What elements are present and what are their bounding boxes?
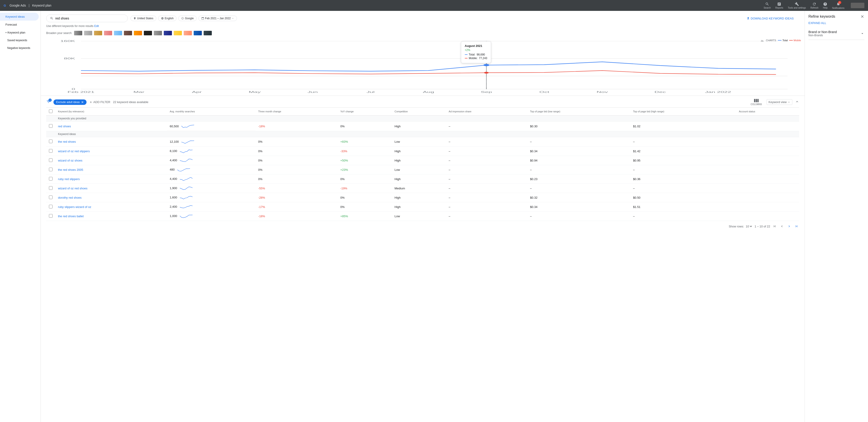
- col-avg[interactable]: Avg. monthly searches: [167, 108, 255, 116]
- row-checkbox[interactable]: [49, 186, 53, 190]
- row-checkbox[interactable]: [49, 158, 53, 162]
- chart-tooltip: August 2021 +2% Total: 98,690 Mobile: 77…: [461, 41, 491, 63]
- row-checkbox-cell[interactable]: [46, 122, 55, 131]
- three-month-cell: -55%: [255, 184, 338, 193]
- notifications-btn[interactable]: 1 Notifications: [832, 2, 844, 9]
- row-checkbox[interactable]: [49, 149, 53, 153]
- row-checkbox-cell[interactable]: [46, 165, 55, 174]
- col-yoy[interactable]: YoY change: [338, 108, 392, 116]
- broaden-item-11[interactable]: [174, 31, 182, 35]
- select-all-header[interactable]: [46, 108, 55, 116]
- row-checkbox[interactable]: [49, 205, 53, 208]
- avg-cell: 4,400: [167, 174, 255, 184]
- language-filter-label: English: [165, 17, 174, 20]
- next-page-btn[interactable]: [786, 223, 792, 229]
- rows-per-page-select[interactable]: 10 25 50: [745, 224, 753, 228]
- collapse-btn[interactable]: [795, 100, 799, 104]
- sidebar: Keyword ideas Forecast ▾ Keyword plan Sa…: [0, 11, 41, 422]
- col-ad-impression[interactable]: Ad impression share: [446, 108, 527, 116]
- first-page-btn[interactable]: [772, 223, 777, 229]
- row-checkbox[interactable]: [49, 140, 53, 143]
- remove-filter-btn[interactable]: ✕: [81, 100, 84, 104]
- row-checkbox-cell[interactable]: [46, 137, 55, 147]
- select-all-checkbox[interactable]: [49, 110, 53, 113]
- row-checkbox[interactable]: [49, 168, 53, 171]
- download-keyword-ideas-btn[interactable]: DOWNLOAD KEYWORD IDEAS: [747, 17, 799, 20]
- language-filter[interactable]: English: [158, 16, 177, 21]
- row-checkbox[interactable]: [49, 195, 53, 199]
- col-keyword[interactable]: Keyword (by relevance): [55, 108, 167, 116]
- prev-page-btn[interactable]: [779, 223, 785, 229]
- row-checkbox-cell[interactable]: [46, 156, 55, 165]
- col-bid-low[interactable]: Top of page bid (low range): [527, 108, 630, 116]
- sidebar-item-saved-keywords[interactable]: Saved keywords: [0, 36, 39, 44]
- expand-all-btn[interactable]: EXPAND ALL: [808, 21, 864, 25]
- network-filter[interactable]: G Google: [178, 16, 196, 21]
- last-page-btn[interactable]: [794, 223, 799, 229]
- broaden-item-7[interactable]: [134, 31, 142, 35]
- sidebar-item-forecast[interactable]: Forecast: [0, 21, 39, 29]
- broaden-item-2[interactable]: [84, 31, 92, 35]
- broaden-item-6[interactable]: [124, 31, 132, 35]
- broaden-item-3[interactable]: [94, 31, 102, 35]
- date-filter[interactable]: Feb 2021 – Jan 2022: [198, 16, 237, 21]
- row-checkbox-cell[interactable]: [46, 147, 55, 156]
- col-competition[interactable]: Competition: [392, 108, 446, 116]
- sidebar-item-keyword-ideas[interactable]: Keyword ideas: [0, 13, 39, 21]
- broaden-item-8[interactable]: [144, 31, 152, 35]
- ad-impression-cell: –: [446, 212, 527, 221]
- location-filter[interactable]: United States: [130, 16, 156, 21]
- broaden-item-10[interactable]: [164, 31, 172, 35]
- account-status-cell: [736, 174, 799, 184]
- col-account-status[interactable]: Account status: [736, 108, 799, 116]
- broaden-item-4[interactable]: [104, 31, 112, 35]
- search-box[interactable]: [46, 14, 128, 22]
- ad-impression-cell: –: [446, 174, 527, 184]
- keyword-view-btn[interactable]: Keyword view: [767, 99, 792, 105]
- notification-badge-count: 1: [838, 1, 841, 4]
- search-input[interactable]: [55, 17, 124, 20]
- account-switcher[interactable]: [851, 3, 864, 8]
- row-checkbox-cell[interactable]: [46, 202, 55, 212]
- refine-section-content: Brand or Non-Brand Non-Brands: [808, 30, 837, 37]
- refine-title: Refine keywords: [808, 14, 835, 19]
- edit-keywords-link[interactable]: Edit: [94, 25, 99, 28]
- row-checkbox[interactable]: [49, 214, 53, 218]
- add-filter-btn[interactable]: ADD FILTER: [89, 100, 110, 104]
- tools-btn[interactable]: Tools and settings: [788, 2, 806, 9]
- search-topbar-btn[interactable]: Search: [764, 2, 771, 9]
- tooltip-mobile-dash: [465, 58, 467, 58]
- broaden-item-9[interactable]: [154, 31, 162, 35]
- adult-ideas-filter-tag[interactable]: Exclude adult ideas ✕: [54, 99, 87, 105]
- broaden-item-5[interactable]: [114, 31, 122, 35]
- broaden-item-12[interactable]: [184, 31, 192, 35]
- col-three-month[interactable]: Three month change: [255, 108, 338, 116]
- sidebar-item-negative-keywords[interactable]: Negative keywords: [0, 44, 39, 52]
- row-checkbox-cell[interactable]: [46, 174, 55, 184]
- broaden-item-1[interactable]: [74, 31, 82, 35]
- mobile-legend-label: Mobile: [794, 39, 801, 42]
- avg-cell: 60,500: [167, 122, 255, 131]
- sidebar-item-keyword-plan[interactable]: ▾ Keyword plan: [0, 29, 39, 36]
- help-btn[interactable]: Help: [823, 2, 828, 9]
- svg-text:Apr: Apr: [192, 91, 202, 94]
- refine-brand-section[interactable]: Brand or Non-Brand Non-Brands: [808, 27, 864, 40]
- reports-btn[interactable]: Reports: [775, 2, 783, 9]
- svg-text:Mar: Mar: [133, 91, 144, 94]
- charts-icon[interactable]: [761, 38, 764, 42]
- row-checkbox[interactable]: [49, 177, 53, 181]
- close-refine-btn[interactable]: [860, 14, 864, 19]
- row-checkbox-cell[interactable]: [46, 184, 55, 193]
- app-logo: G Google Ads | Keyword plan: [4, 3, 52, 7]
- hint-row: Use different keywords for more results …: [41, 24, 805, 29]
- refresh-btn[interactable]: Refresh: [810, 2, 818, 9]
- row-checkbox-cell[interactable]: [46, 193, 55, 202]
- broaden-item-14[interactable]: [204, 31, 212, 35]
- col-bid-high[interactable]: Top of page bid (high range): [630, 108, 736, 116]
- bid-low-cell: $0.34: [527, 202, 630, 212]
- filter-funnel-icon[interactable]: 1: [46, 99, 51, 104]
- broaden-item-13[interactable]: [194, 31, 202, 35]
- columns-btn[interactable]: COLUMNS: [751, 98, 762, 106]
- row-checkbox[interactable]: [49, 124, 53, 128]
- row-checkbox-cell[interactable]: [46, 212, 55, 221]
